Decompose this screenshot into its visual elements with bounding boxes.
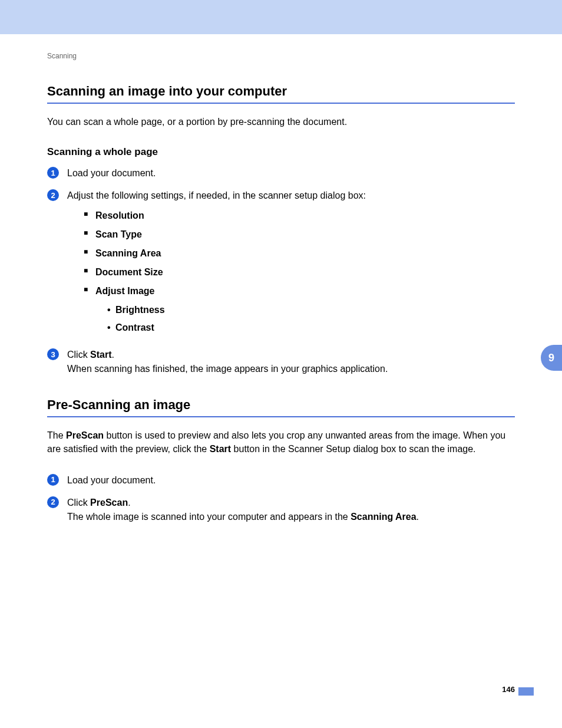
prescan-step2-line2-a: The whole image is scanned into your com… bbox=[67, 512, 351, 522]
step-3-line2: When scanning has finished, the image ap… bbox=[67, 364, 388, 374]
top-banner bbox=[0, 0, 562, 34]
step-3-prefix: Click bbox=[67, 350, 90, 360]
setting-document-size: Document Size bbox=[84, 265, 515, 279]
intro2-e: button in the Scanner Setup dialog box t… bbox=[231, 444, 475, 454]
step-2-text: Adjust the following settings, if needed… bbox=[67, 190, 366, 200]
bottom-accent-icon bbox=[518, 687, 534, 696]
setting-scan-type: Scan Type bbox=[84, 228, 515, 242]
prescan-step2-line2-c: . bbox=[416, 512, 419, 522]
prescan-step-2-body: Click PreScan. The whole image is scanne… bbox=[67, 496, 515, 524]
step-number-icon: 2 bbox=[47, 496, 59, 508]
setting-adjust-image-label: Adjust Image bbox=[95, 286, 154, 296]
step-number-icon: 3 bbox=[47, 348, 59, 360]
heading-scanning-image: Scanning an image into your computer bbox=[47, 84, 515, 104]
intro-text-2: The PreScan button is used to preview an… bbox=[47, 429, 515, 456]
setting-resolution: Resolution bbox=[84, 209, 515, 223]
setting-adjust-image: Adjust Image Brightness Contrast bbox=[84, 284, 515, 335]
heading-pre-scanning: Pre-Scanning an image bbox=[47, 397, 515, 417]
step-1: 1 Load your document. bbox=[47, 166, 515, 180]
prescan-step-1-text: Load your document. bbox=[67, 473, 515, 487]
prescan-step2-scanning-area: Scanning Area bbox=[351, 512, 416, 522]
breadcrumb: Scanning bbox=[47, 52, 515, 60]
step-number-icon: 2 bbox=[47, 189, 59, 201]
prescan-step2-c: . bbox=[128, 498, 130, 508]
prescan-step-1: 1 Load your document. bbox=[47, 473, 515, 487]
step-number-icon: 1 bbox=[47, 474, 59, 486]
setting-scanning-area: Scanning Area bbox=[84, 246, 515, 261]
step-1-text: Load your document. bbox=[67, 166, 515, 180]
sub-brightness: Brightness bbox=[107, 303, 515, 317]
adjust-image-sublist: Brightness Contrast bbox=[107, 303, 515, 335]
step-3-body: Click Start. When scanning has finished,… bbox=[67, 348, 515, 376]
step-number-icon: 1 bbox=[47, 167, 59, 179]
intro2-prescan: PreScan bbox=[66, 430, 104, 440]
sub-contrast: Contrast bbox=[107, 321, 515, 335]
intro2-a: The bbox=[47, 430, 66, 440]
chapter-tab[interactable]: 9 bbox=[541, 345, 562, 371]
prescan-step2-a: Click bbox=[67, 498, 90, 508]
step-3: 3 Click Start. When scanning has finishe… bbox=[47, 348, 515, 376]
prescan-step2-prescan: PreScan bbox=[90, 498, 128, 508]
settings-list: Resolution Scan Type Scanning Area Docum… bbox=[84, 209, 515, 335]
step-2-body: Adjust the following settings, if needed… bbox=[67, 189, 515, 340]
page-content: Scanning Scanning an image into your com… bbox=[0, 52, 562, 524]
page-number: 146 bbox=[502, 685, 515, 694]
prescan-step-2: 2 Click PreScan. The whole image is scan… bbox=[47, 496, 515, 524]
intro2-start: Start bbox=[210, 444, 231, 454]
subheading-whole-page: Scanning a whole page bbox=[47, 146, 515, 158]
step-2: 2 Adjust the following settings, if need… bbox=[47, 189, 515, 340]
intro-text-1: You can scan a whole page, or a portion … bbox=[47, 116, 515, 129]
step-3-start: Start bbox=[90, 350, 111, 360]
step-3-suffix: . bbox=[112, 350, 114, 360]
